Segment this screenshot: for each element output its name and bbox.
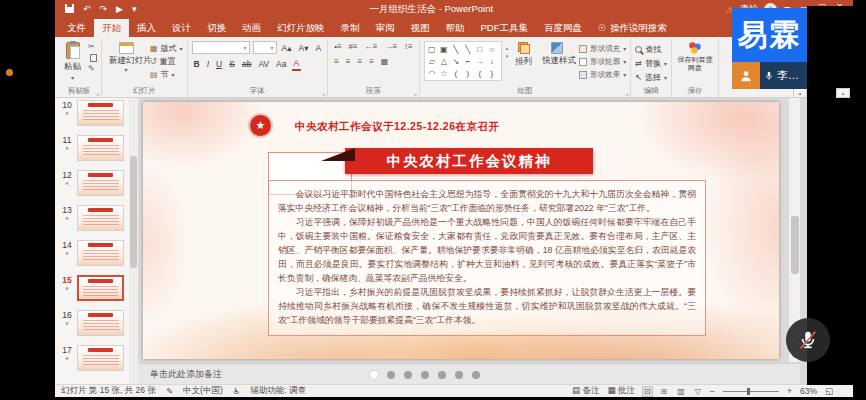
shape-glyph[interactable]: ↘ (450, 55, 462, 67)
shape-glyph[interactable]: ╲ (462, 43, 474, 55)
fit-to-window-icon[interactable]: ◱ (825, 386, 833, 396)
tab-review[interactable]: 审阅 (368, 19, 403, 37)
slide-thumbnail[interactable]: 14★ (59, 240, 138, 266)
character-spacing-button[interactable]: AV (256, 58, 271, 70)
font-color-button[interactable]: A (292, 57, 302, 71)
paste-button[interactable]: 粘贴 ▾ (61, 41, 84, 82)
save-icon[interactable] (65, 4, 74, 15)
spellcheck-icon[interactable]: ✎ (166, 386, 173, 396)
shape-glyph[interactable]: ☆ (438, 67, 450, 79)
tab-design[interactable]: 设计 (164, 19, 199, 37)
dialog-launcher-icon[interactable]: ⌟ (625, 89, 628, 96)
mute-button[interactable] (786, 318, 830, 362)
slideshow-icon[interactable]: ▶ (116, 5, 123, 14)
copy-icon[interactable] (88, 54, 97, 62)
slide-thumbnail[interactable]: 12★ (59, 170, 138, 196)
clear-format-button[interactable]: A (313, 42, 323, 54)
underline-button[interactable]: U (214, 58, 224, 70)
shape-glyph[interactable]: ╲ (450, 43, 462, 55)
shape-effects-button[interactable]: 形状效果▾ (579, 70, 626, 80)
tell-me-search[interactable]: ☉ 操作说明搜索 (590, 19, 675, 37)
dialog-launcher-icon[interactable]: ⌟ (96, 89, 99, 96)
align-right-button[interactable]: ≡ (355, 56, 364, 68)
undo-icon[interactable]: ↶ (83, 5, 91, 14)
select-button[interactable]: ↖选择▾ (635, 72, 667, 83)
shape-glyph[interactable]: → (474, 55, 486, 67)
zoom-level[interactable]: 63% (800, 386, 817, 396)
shadow-button[interactable]: S (227, 58, 237, 70)
italic-button[interactable]: I (205, 58, 211, 70)
slide-thumb-preview[interactable] (77, 275, 124, 301)
slide-thumb-preview[interactable] (77, 240, 124, 266)
change-case-button[interactable]: Aa (274, 58, 288, 70)
language-label[interactable]: 中文(中国) (183, 385, 223, 397)
grow-font-button[interactable]: A▴ (280, 42, 294, 54)
slide-thumbnail-selected[interactable]: 15★ (59, 275, 138, 301)
line-spacing-button[interactable]: ↕≡ (402, 41, 415, 53)
quick-styles-button[interactable]: 快速样式 (539, 41, 575, 66)
layout-button[interactable]: ▦版式▾ (150, 43, 183, 54)
shape-glyph[interactable]: ▣ (438, 43, 450, 55)
slide-thumbnail[interactable]: 16★ (59, 310, 138, 336)
shape-glyph[interactable]: ( (450, 67, 462, 79)
replace-button[interactable]: ⇄替换▾ (635, 58, 667, 69)
shape-glyph[interactable]: ▱ (426, 55, 438, 67)
tab-insert[interactable]: 插入 (129, 19, 164, 37)
tab-baidu-netdisk[interactable]: 百度网盘 (536, 19, 590, 37)
section-button[interactable]: ▤节▾ (150, 69, 183, 80)
shape-glyph[interactable]: ) (462, 67, 474, 79)
slide-thumbnail[interactable]: 13★ (59, 205, 138, 231)
shape-glyph[interactable]: ⌐ (462, 55, 474, 67)
tab-animations[interactable]: 动画 (234, 19, 269, 37)
shape-glyph[interactable]: ○ (486, 43, 498, 55)
zoom-slider[interactable] (723, 391, 779, 392)
slide-thumb-preview[interactable] (77, 205, 124, 231)
align-center-button[interactable]: ≡ (344, 56, 353, 68)
slide-thumb-preview[interactable] (77, 100, 124, 126)
accessibility-label[interactable]: 辅助功能: 调查 (250, 385, 306, 397)
notes-toggle[interactable]: ▤ 备注 (572, 385, 599, 397)
shape-glyph[interactable]: { (474, 67, 486, 79)
collapse-panel-icon[interactable]: ▴ (836, 88, 850, 98)
slide-thumbnail[interactable]: 17★ (59, 345, 138, 371)
slide-thumb-preview[interactable] (77, 345, 124, 371)
shapes-scroll-up-icon[interactable]: ▴ (506, 45, 509, 51)
font-size-select[interactable]: ▾ (253, 41, 277, 54)
decrease-indent-button[interactable]: ←≡ (363, 41, 380, 53)
justify-button[interactable]: ≡ (367, 56, 376, 68)
dialog-launcher-icon[interactable]: ⌟ (322, 89, 325, 96)
bullets-button[interactable]: •≡ (332, 41, 343, 53)
tab-slideshow[interactable]: 幻灯片放映 (269, 19, 333, 37)
speaker-bar[interactable]: 李… (760, 62, 807, 89)
scrollbar-thumb[interactable] (130, 156, 137, 268)
zoom-slider-thumb[interactable] (747, 388, 750, 395)
shape-glyph[interactable]: □ (474, 43, 486, 55)
comments-toggle[interactable]: ▦ 批注 (607, 385, 634, 397)
shape-outline-button[interactable]: 形状轮廓▾ (579, 57, 626, 67)
zoom-out-button[interactable]: − (710, 386, 715, 396)
slide-thumb-preview[interactable] (77, 135, 124, 161)
tab-record[interactable]: 录制 (333, 19, 368, 37)
bold-button[interactable]: B (192, 58, 202, 70)
numbering-button[interactable]: #≡ (347, 41, 360, 53)
increase-indent-button[interactable]: →≡ (382, 41, 399, 53)
dialog-launcher-icon[interactable]: ⌟ (414, 89, 417, 96)
slide-thumb-preview[interactable] (77, 170, 124, 196)
slide-kicker-text[interactable]: 中央农村工作会议于12.25-12.26在京召开 (295, 120, 500, 134)
font-name-select[interactable]: ▾ (192, 41, 250, 54)
tab-home[interactable]: 开始 (94, 19, 129, 37)
strikethrough-button[interactable]: ab (240, 58, 253, 70)
shape-glyph[interactable]: △ (438, 55, 450, 67)
scrollbar-thumb[interactable] (791, 216, 799, 274)
view-sorter-button[interactable]: ⊞ (660, 387, 669, 396)
tab-transitions[interactable]: 切换 (199, 19, 234, 37)
slide-title-banner[interactable]: 中央农村工作会议精神 (345, 148, 593, 174)
arrange-button[interactable]: 排列 (512, 41, 535, 69)
thumbnail-scrollbar[interactable] (129, 98, 138, 384)
align-left-button[interactable]: ≡ (332, 56, 341, 68)
slide-thumbnail[interactable]: 10★ (59, 100, 138, 126)
tab-help[interactable]: 帮助 (438, 19, 473, 37)
slide-thumbnail[interactable]: 11★ (59, 135, 138, 161)
shape-glyph[interactable]: ▢ (426, 43, 438, 55)
reset-button[interactable]: ↺重置 (150, 56, 183, 67)
